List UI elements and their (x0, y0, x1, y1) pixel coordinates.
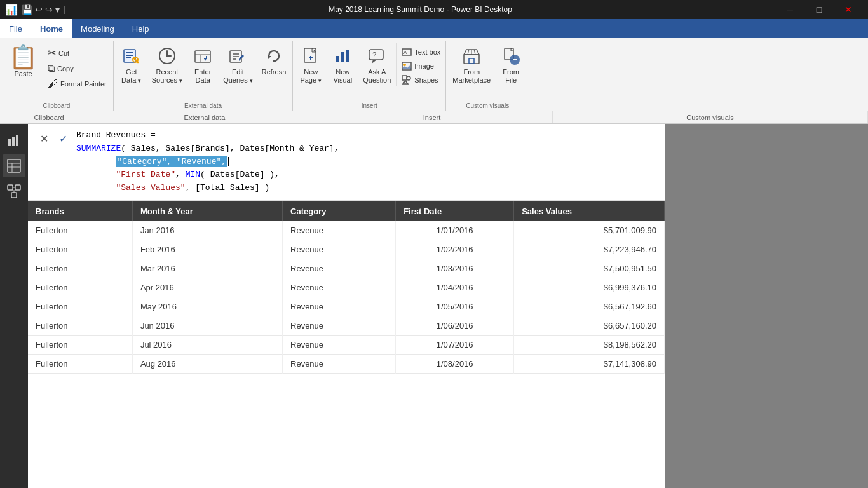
cell-sales-values: $6,567,192.60 (514, 297, 665, 316)
formula-salesvalues-str: "Sales Values" (116, 183, 185, 193)
sidebar-report-button[interactable] (3, 129, 25, 152)
edit-queries-button[interactable]: EditQueries ▾ (219, 43, 257, 87)
svg-rect-44 (15, 185, 20, 190)
cell-first-date: 1/05/2016 (396, 297, 514, 316)
cell-sales-values: $6,999,376.10 (514, 278, 665, 297)
recent-sources-button[interactable]: RecentSources ▾ (148, 43, 186, 87)
table-row: Fullerton Aug 2016 Revenue 1/08/2016 $7,… (28, 354, 665, 373)
menu-bar: File Home Modeling Help (0, 19, 868, 38)
table-header-row: Brands Month & Year Category First Date … (28, 201, 665, 221)
svg-rect-19 (346, 50, 349, 62)
sidebar-data-button[interactable] (3, 154, 25, 177)
content-area: ✕ ✓ Brand Revenues = SUMMARIZE( Sales, S… (0, 124, 868, 488)
table-row: Fullerton Jul 2016 Revenue 1/07/2016 $8,… (28, 335, 665, 354)
formula-firstdate-str: "First Date" (116, 170, 175, 179)
ribbon: 📋 Paste ✂ Cut ⧉ Copy 🖌 Format Painter Cl… (0, 38, 868, 111)
cell-month: Aug 2016 (132, 354, 282, 373)
svg-rect-38 (16, 135, 18, 146)
cell-month: May 2016 (132, 297, 282, 316)
menu-modeling[interactable]: Modeling (72, 19, 123, 38)
new-visual-button[interactable]: NewVisual (327, 43, 358, 87)
sidebar-model-button[interactable] (3, 180, 25, 203)
get-data-button[interactable]: GetData ▾ (116, 43, 147, 87)
formula-line1: Brand Revenues = (76, 130, 156, 140)
redo-icon[interactable]: ↪ (45, 4, 53, 15)
cell-first-date: 1/07/2016 (396, 335, 514, 354)
cell-month: Jul 2016 (132, 335, 282, 354)
menu-help[interactable]: Help (123, 19, 158, 38)
menu-file[interactable]: File (0, 19, 31, 38)
cell-brand: Fullerton (28, 259, 132, 278)
cell-first-date: 1/03/2016 (396, 259, 514, 278)
from-file-button[interactable]: + FromFile (496, 43, 526, 87)
svg-rect-2 (126, 55, 133, 56)
new-page-icon (301, 46, 321, 66)
cell-first-date: 1/01/2016 (396, 221, 514, 240)
svg-rect-39 (8, 159, 20, 172)
svg-rect-45 (11, 193, 17, 198)
svg-rect-3 (126, 57, 131, 58)
col-first-date: First Date (396, 201, 514, 221)
close-button[interactable]: ✕ (834, 0, 863, 19)
clipboard-section-label: Clipboard (0, 111, 98, 123)
cell-category: Revenue (283, 221, 396, 240)
refresh-button[interactable]: Refresh (258, 43, 290, 79)
confirm-formula-button[interactable]: ✓ (55, 130, 71, 147)
minimize-button[interactable]: ─ (775, 0, 804, 19)
svg-rect-18 (341, 52, 344, 62)
svg-rect-32 (469, 58, 474, 64)
formula-highlighted: "Category", "Revenue", (116, 156, 227, 167)
cell-brand: Fullerton (28, 316, 132, 335)
ask-question-button[interactable]: ? Ask AQuestion (359, 43, 395, 87)
svg-rect-17 (336, 56, 339, 62)
custom-visuals-section-label: Custom visuals (553, 111, 868, 123)
svg-line-30 (468, 50, 469, 55)
col-month-year: Month & Year (132, 201, 282, 221)
cell-category: Revenue (283, 240, 396, 259)
text-box-button[interactable]: A Text box (399, 46, 443, 58)
refresh-icon (264, 46, 284, 66)
save-icon[interactable]: 💾 (22, 4, 32, 15)
cell-month: Feb 2016 (132, 240, 282, 259)
cell-category: Revenue (283, 278, 396, 297)
new-page-button[interactable]: NewPage ▾ (295, 43, 326, 87)
svg-text:+: + (513, 55, 517, 64)
formula-code[interactable]: Brand Revenues = SUMMARIZE( Sales, Sales… (76, 129, 657, 195)
svg-text:?: ? (372, 51, 376, 58)
cell-first-date: 1/06/2016 (396, 316, 514, 335)
new-visual-icon (332, 46, 353, 66)
svg-rect-6 (195, 51, 210, 62)
cell-brand: Fullerton (28, 354, 132, 373)
menu-home[interactable]: Home (31, 19, 72, 38)
data-icon (7, 159, 21, 173)
svg-line-31 (474, 50, 475, 55)
image-button[interactable]: Image (399, 60, 443, 72)
maximize-button[interactable]: □ (804, 0, 834, 19)
ask-question-icon: ? (367, 46, 387, 66)
cancel-formula-button[interactable]: ✕ (36, 130, 52, 147)
enter-data-button[interactable]: EnterData (187, 43, 218, 87)
paste-button[interactable]: 📋 Paste (4, 43, 43, 80)
text-box-icon: A (402, 47, 412, 57)
cut-button[interactable]: ✂ Cut (45, 46, 109, 60)
copy-button[interactable]: ⧉ Copy (45, 62, 109, 76)
cell-sales-values: $7,141,308.90 (514, 354, 665, 373)
col-sales-values: Sales Values (514, 201, 665, 221)
svg-marker-13 (268, 56, 271, 60)
customize-icon[interactable]: ▾ (55, 4, 60, 15)
formula-bar: ✕ ✓ Brand Revenues = SUMMARIZE( Sales, S… (28, 124, 665, 201)
col-category: Category (283, 201, 396, 221)
cell-brand: Fullerton (28, 221, 132, 240)
shapes-button[interactable]: Shapes (399, 74, 443, 86)
table-row: Fullerton Apr 2016 Revenue 1/04/2016 $6,… (28, 278, 665, 297)
table-row: Fullerton Feb 2016 Revenue 1/02/2016 $7,… (28, 240, 665, 259)
clipboard-group-label: Clipboard (4, 102, 109, 111)
svg-rect-24 (402, 62, 411, 70)
enter-data-icon (193, 46, 213, 66)
from-marketplace-button[interactable]: FromMarketplace (449, 43, 494, 87)
shapes-icon (402, 75, 412, 85)
undo-icon[interactable]: ↩ (35, 4, 43, 15)
format-painter-button[interactable]: 🖌 Format Painter (45, 77, 109, 91)
cell-first-date: 1/04/2016 (396, 278, 514, 297)
image-icon (402, 61, 412, 71)
